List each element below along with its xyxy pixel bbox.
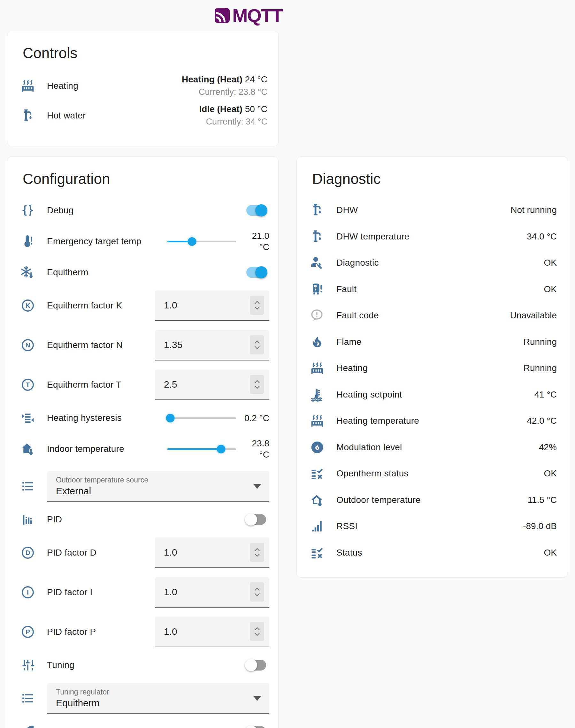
tune-vertical-icon bbox=[21, 658, 35, 672]
number-stepper[interactable] bbox=[250, 582, 264, 602]
climate-current-temp: Currently: 34 °C bbox=[199, 117, 267, 127]
diag-value: 42% bbox=[539, 442, 557, 452]
diag-value: OK bbox=[544, 468, 557, 479]
slider-value: 23.8 °C bbox=[241, 438, 269, 460]
diag-value: OK bbox=[544, 548, 557, 558]
thermometer-water-icon bbox=[310, 388, 324, 402]
stepper-down-icon[interactable] bbox=[253, 553, 261, 557]
control-label: Hot water bbox=[47, 110, 199, 121]
number-value[interactable]: 1.0 bbox=[164, 300, 177, 311]
number-stepper[interactable] bbox=[250, 622, 264, 641]
emergency-target-temp-slider[interactable] bbox=[167, 241, 236, 242]
stepper-up-icon[interactable] bbox=[253, 340, 261, 344]
equitherm-factor-k-input[interactable]: 1.0 bbox=[155, 290, 269, 321]
config-row-outdoor-temperature-source: Outdoor temperature source External bbox=[16, 467, 269, 506]
pid-factor-p-input[interactable]: 1.0 bbox=[155, 617, 269, 647]
stepper-down-icon[interactable] bbox=[253, 593, 261, 597]
number-stepper[interactable] bbox=[250, 335, 264, 355]
pid-factor-d-input[interactable]: 1.0 bbox=[155, 537, 269, 568]
thermometer-alert-icon bbox=[21, 234, 35, 248]
stepper-up-icon[interactable] bbox=[253, 300, 261, 304]
water-boiler-alert-icon bbox=[310, 282, 324, 296]
slider-thumb[interactable] bbox=[166, 414, 174, 423]
number-value[interactable]: 1.35 bbox=[164, 339, 182, 350]
debug-toggle[interactable] bbox=[246, 205, 266, 216]
control-row-hot-water: Hot water Idle (Heat) 50 °C Currently: 3… bbox=[16, 104, 269, 127]
config-label: Equitherm factor T bbox=[47, 380, 155, 390]
radiator-icon bbox=[21, 79, 35, 93]
diag-label: Diagnostic bbox=[336, 258, 544, 268]
diag-label: DHW temperature bbox=[336, 231, 527, 242]
diag-value: 34.0 °C bbox=[527, 231, 557, 242]
stepper-down-icon[interactable] bbox=[253, 385, 261, 389]
alpha-k-circle-icon: K bbox=[21, 298, 35, 313]
alpha-t-circle-icon: T bbox=[21, 378, 35, 392]
config-label: Emergency target temp bbox=[47, 236, 167, 247]
slider-thumb[interactable] bbox=[188, 237, 197, 246]
tuning-toggle[interactable] bbox=[246, 660, 266, 670]
diag-value: Unavailable bbox=[510, 311, 557, 321]
diag-value: 11.5 °C bbox=[528, 495, 557, 505]
number-stepper[interactable] bbox=[250, 543, 264, 562]
climate-state[interactable]: Heating (Heat) 24 °C bbox=[182, 74, 267, 85]
rocket-launch-icon bbox=[21, 725, 35, 728]
stepper-up-icon[interactable] bbox=[253, 380, 261, 384]
diag-value: OK bbox=[544, 284, 557, 294]
chevron-down-icon bbox=[253, 484, 261, 489]
turbo-heating-toggle[interactable] bbox=[246, 726, 266, 728]
diag-label: DHW bbox=[336, 205, 510, 215]
pid-factor-i-input[interactable]: 1.0 bbox=[155, 577, 269, 608]
diag-row-status: Status OK bbox=[306, 540, 559, 566]
chart-bar-icon bbox=[21, 512, 35, 526]
number-stepper[interactable] bbox=[250, 296, 264, 315]
configuration-card: Configuration Debug Emergency target tem… bbox=[7, 156, 278, 728]
controls-title: Controls bbox=[23, 44, 269, 62]
svg-text:T: T bbox=[26, 381, 30, 388]
alpha-p-circle-icon: P bbox=[21, 625, 35, 639]
diag-value: 42.0 °C bbox=[527, 416, 557, 426]
slider-value: 21.0 °C bbox=[241, 230, 269, 253]
diag-value: Not running bbox=[510, 205, 557, 215]
number-value[interactable]: 1.0 bbox=[164, 587, 177, 597]
fire-icon bbox=[310, 335, 324, 349]
select-label: Tuning regulator bbox=[56, 688, 247, 696]
diag-value: Running bbox=[523, 337, 557, 347]
diag-value: -89.0 dB bbox=[523, 521, 557, 531]
alpha-n-circle-icon: N bbox=[21, 338, 35, 352]
config-row-equitherm: Equitherm bbox=[16, 259, 269, 286]
home-thermometer-outline-icon bbox=[310, 493, 324, 507]
diag-row-heating-temperature: Heating temperature 42.0 °C bbox=[306, 408, 559, 434]
pid-toggle[interactable] bbox=[246, 514, 266, 525]
climate-current-temp: Currently: 23.8 °C bbox=[182, 87, 267, 97]
indoor-temperature-slider[interactable] bbox=[167, 448, 236, 450]
config-label: PID factor D bbox=[47, 548, 155, 558]
climate-state[interactable]: Idle (Heat) 50 °C bbox=[199, 104, 267, 114]
diag-label: Heating bbox=[336, 363, 523, 373]
number-value[interactable]: 1.0 bbox=[164, 547, 177, 558]
number-value[interactable]: 1.0 bbox=[164, 626, 177, 637]
config-label: Heating hysteresis bbox=[47, 413, 167, 423]
tuning-regulator-select[interactable]: Tuning regulator Equitherm bbox=[47, 683, 269, 714]
svg-text:I: I bbox=[27, 588, 29, 596]
stepper-down-icon[interactable] bbox=[253, 632, 261, 636]
stepper-down-icon[interactable] bbox=[253, 306, 261, 310]
mqtt-logo: MQTT bbox=[0, 0, 536, 26]
diag-row-fault-code: Fault code Unavailable bbox=[306, 302, 559, 329]
stepper-up-icon[interactable] bbox=[253, 627, 261, 631]
equitherm-factor-n-input[interactable]: 1.35 bbox=[155, 330, 269, 361]
diag-row-flame: Flame Running bbox=[306, 329, 559, 355]
stepper-up-icon[interactable] bbox=[253, 587, 261, 591]
outdoor-temperature-source-select[interactable]: Outdoor temperature source External bbox=[47, 471, 269, 502]
config-row-heating-hysteresis: Heating hysteresis 0.2 °C bbox=[16, 405, 269, 431]
diag-row-diagnostic: Diagnostic OK bbox=[306, 250, 559, 276]
config-row-pid-factor-d: D PID factor D 1.0 bbox=[16, 533, 269, 573]
stepper-down-icon[interactable] bbox=[253, 345, 261, 350]
number-stepper[interactable] bbox=[250, 375, 264, 394]
configuration-title: Configuration bbox=[23, 170, 269, 187]
equitherm-factor-t-input[interactable]: 2.5 bbox=[155, 369, 269, 400]
slider-thumb[interactable] bbox=[216, 445, 225, 453]
number-value[interactable]: 2.5 bbox=[164, 379, 177, 390]
equitherm-toggle[interactable] bbox=[246, 267, 266, 278]
stepper-up-icon[interactable] bbox=[253, 548, 261, 552]
heating-hysteresis-slider[interactable] bbox=[167, 417, 236, 419]
